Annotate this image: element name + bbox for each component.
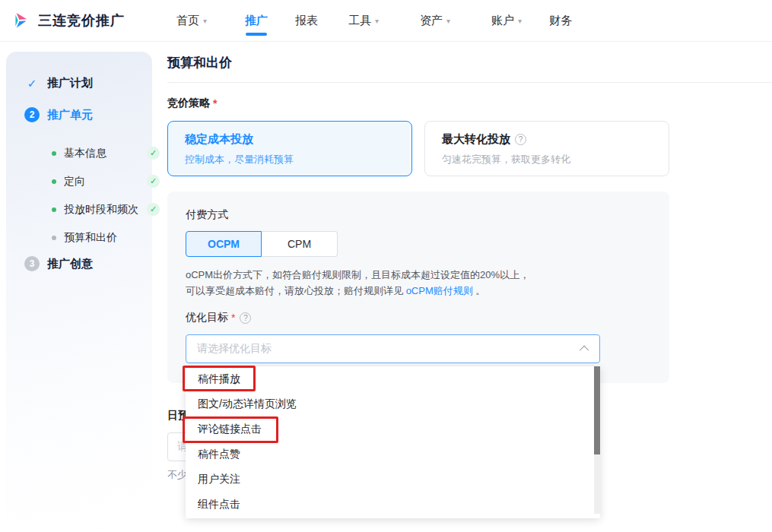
divider xyxy=(167,82,772,83)
brand-name: 三连竞价推广 xyxy=(38,11,125,30)
option-video-like[interactable]: 稿件点赞 xyxy=(186,442,600,467)
main-content: 预算和出价 竞价策略 * 稳定成本投放 控制成本，尽量消耗预算 最大转化投放 ?… xyxy=(152,42,772,532)
chevron-down-icon: ▾ xyxy=(446,17,450,25)
sidebar-item-budget-bid[interactable]: 预算和出价 xyxy=(52,223,160,252)
desc-suffix: 。 xyxy=(473,285,486,296)
app-root: 三连竞价推广 首页 ▾ 推广 报表 工具 ▾ 资产 xyxy=(0,0,772,532)
option-label: 稿件点赞 xyxy=(198,448,240,461)
chevron-up-icon xyxy=(580,345,589,355)
option-label: 评论链接点击 xyxy=(198,423,262,436)
dropdown-scrollbar-track[interactable] xyxy=(594,366,600,514)
payment-panel: 付费方式 OCPM CPM oCPM出价方式下，如符合赔付规则限制，且目标成本超… xyxy=(167,192,669,383)
brand[interactable]: 三连竞价推广 xyxy=(0,9,166,32)
nav-label: 财务 xyxy=(549,14,572,28)
nav-label: 工具 xyxy=(348,14,371,28)
check-icon: ✓ xyxy=(24,77,40,90)
top-nav: 三连竞价推广 首页 ▾ 推广 报表 工具 ▾ 资产 xyxy=(0,0,772,42)
select-placeholder: 请选择优化目标 xyxy=(197,342,272,356)
card-stable-cost[interactable]: 稳定成本投放 控制成本，尽量消耗预算 xyxy=(167,121,412,176)
option-detail-page-view[interactable]: 图文/动态详情页浏览 xyxy=(186,391,600,416)
bullet-dot xyxy=(52,179,56,184)
chevron-down-icon: ▾ xyxy=(375,17,379,25)
bullet-dot xyxy=(52,207,56,212)
label-text: 优化目标 xyxy=(186,311,228,325)
substep-label: 预算和出价 xyxy=(64,231,117,245)
nav-item-tools[interactable]: 工具 ▾ xyxy=(338,0,389,42)
sidebar-item-basic-info[interactable]: 基本信息 ✓ xyxy=(52,139,160,167)
nav-label: 账户 xyxy=(491,14,514,28)
bullet-dot xyxy=(52,151,56,156)
nav-item-reports[interactable]: 报表 xyxy=(284,0,329,42)
option-component-click[interactable]: 组件点击 xyxy=(186,492,600,517)
sidebar-item-schedule[interactable]: 投放时段和频次 ✓ xyxy=(52,195,160,223)
substep-label: 定向 xyxy=(64,175,85,188)
desc-line1: oCPM出价方式下，如符合赔付规则限制，且目标成本超过设定值的20%以上， xyxy=(186,269,529,280)
required-asterisk: * xyxy=(231,312,235,324)
nav-label: 首页 xyxy=(176,14,199,28)
active-tab-underline xyxy=(246,33,267,36)
nav-label: 报表 xyxy=(295,14,318,28)
page-title: 预算和出价 xyxy=(167,42,772,82)
payment-tabs: OCPM CPM xyxy=(186,231,338,257)
step-number-badge: 2 xyxy=(24,107,40,122)
dropdown-scrollbar-thumb[interactable] xyxy=(594,366,600,454)
tab-cpm[interactable]: CPM xyxy=(262,231,338,257)
main-nav: 首页 ▾ 推广 报表 工具 ▾ 资产 ▾ 账 xyxy=(166,0,583,42)
card-title: 稳定成本投放 xyxy=(185,132,395,147)
tab-ocpm[interactable]: OCPM xyxy=(186,231,262,257)
substep-label: 基本信息 xyxy=(64,147,106,160)
card-max-conversion[interactable]: 最大转化投放 ? 匀速花完预算，获取更多转化 xyxy=(424,121,669,176)
step-label: 推广计划 xyxy=(47,76,93,90)
required-asterisk: * xyxy=(213,97,217,109)
sidebar-step-creative[interactable]: 3 推广创意 xyxy=(24,256,152,271)
sidebar-step-unit[interactable]: 2 推广单元 xyxy=(24,107,152,122)
ocpm-description: oCPM出价方式下，如符合赔付规则限制，且目标成本超过设定值的20%以上， 可以… xyxy=(186,267,651,299)
option-video-play[interactable]: 稿件播放 xyxy=(186,366,600,391)
option-user-follow[interactable]: 用户关注 xyxy=(186,467,600,492)
help-icon[interactable]: ? xyxy=(515,134,526,145)
optimization-label: 优化目标 * ? xyxy=(186,311,651,325)
option-label: 用户关注 xyxy=(198,473,240,486)
optimization-select[interactable]: 请选择优化目标 xyxy=(186,334,600,363)
label-text: 竞价策略 xyxy=(167,97,210,110)
option-label: 图文/动态详情页浏览 xyxy=(198,397,297,411)
ocpm-rules-link[interactable]: oCPM赔付规则 xyxy=(406,285,473,296)
nav-label: 推广 xyxy=(245,14,268,28)
option-label: 组件点击 xyxy=(198,498,240,511)
optimization-select-wrap: 请选择优化目标 稿件播放 图文/动态详情页浏览 评论链接点击 xyxy=(186,334,600,363)
nav-item-home[interactable]: 首页 ▾ xyxy=(166,0,218,42)
strategy-label: 竞价策略 * xyxy=(167,97,772,110)
help-icon[interactable]: ? xyxy=(240,312,251,324)
option-comment-link-click[interactable]: 评论链接点击 xyxy=(186,416,600,442)
nav-label: 资产 xyxy=(420,14,443,28)
desc-line2: 可以享受超成本赔付，请放心投放；赔付规则详见 xyxy=(186,285,406,296)
chevron-down-icon: ▾ xyxy=(203,17,207,25)
step-label: 推广创意 xyxy=(47,257,93,271)
card-subtitle: 控制成本，尽量消耗预算 xyxy=(185,153,395,166)
step-label: 推广单元 xyxy=(47,108,93,122)
substep-label: 投放时段和频次 xyxy=(64,203,138,217)
chevron-down-icon: ▾ xyxy=(518,17,522,25)
sidebar: ✓ 推广计划 2 推广单元 基本信息 ✓ 定向 xyxy=(6,52,152,532)
sidebar-substeps: 基本信息 ✓ 定向 ✓ 投放时段和频次 ✓ xyxy=(52,139,152,252)
sidebar-step-campaign[interactable]: ✓ 推广计划 xyxy=(24,76,152,90)
bullet-dot xyxy=(52,236,56,240)
option-label: 稿件播放 xyxy=(198,372,240,386)
nav-item-finance[interactable]: 财务 xyxy=(538,0,583,42)
brand-logo-icon xyxy=(9,9,32,32)
optimization-dropdown: 稿件播放 图文/动态详情页浏览 评论链接点击 稿件点赞 xyxy=(186,366,600,518)
payment-label: 付费方式 xyxy=(186,208,651,222)
card-title: 最大转化投放 xyxy=(442,132,510,147)
sidebar-item-targeting[interactable]: 定向 ✓ xyxy=(52,167,160,195)
nav-item-assets[interactable]: 资产 ▾ xyxy=(409,0,461,42)
strategy-cards: 稳定成本投放 控制成本，尽量消耗预算 最大转化投放 ? 匀速花完预算，获取更多转… xyxy=(167,121,669,176)
card-subtitle: 匀速花完预算，获取更多转化 xyxy=(442,153,652,166)
nav-item-promotion[interactable]: 推广 xyxy=(234,0,278,42)
nav-item-account[interactable]: 账户 ▾ xyxy=(481,0,532,42)
step-number-badge: 3 xyxy=(24,256,40,271)
